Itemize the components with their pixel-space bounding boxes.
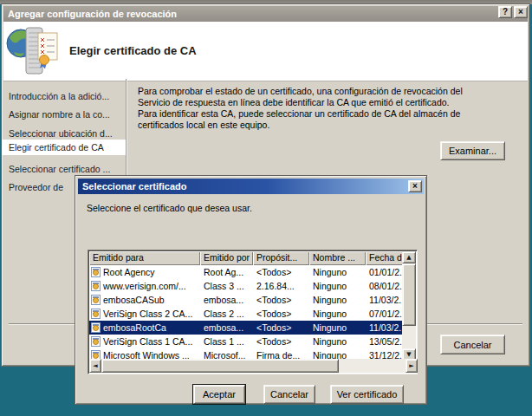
cell-friendly-name: Ninguno — [309, 267, 366, 277]
column-header-date[interactable]: Fecha d.. — [366, 251, 404, 265]
instruction-line: Servicio de respuesta en línea debe iden… — [138, 97, 463, 108]
cell-issued-by: embosa... — [200, 295, 253, 305]
certificate-row[interactable]: Root Agency Root Ag... <Todos> Ninguno 0… — [89, 265, 404, 279]
help-button[interactable]: ? — [498, 6, 512, 18]
certificate-row[interactable]: www.verisign.com/... Class 3 ... 2.16.84… — [89, 279, 404, 293]
cell-purpose: <Todos> — [253, 336, 309, 347]
wizard-header: Elegir certificado de CA — [3, 22, 528, 81]
cell-issued-to: VeriSign Class 1 CA... — [103, 336, 192, 347]
certificate-row[interactable]: VeriSign Class 2 CA... Class 2 ... <Todo… — [89, 307, 404, 321]
cell-purpose: <Todos> — [253, 267, 309, 277]
cell-issued-to: embosaRootCa — [103, 322, 166, 333]
cell-issued-by: embosa... — [200, 322, 253, 333]
step-assign-name: Asignar nombre a la co... — [2, 107, 126, 122]
vertical-scrollbar-thumb[interactable] — [402, 263, 416, 326]
cell-issued-by: Class 2 ... — [200, 309, 253, 319]
certificate-icon — [91, 309, 101, 319]
certificate-list: Emitido para Emitido por Propósit... Nom… — [88, 250, 418, 374]
cell-friendly-name: Ninguno — [309, 295, 366, 305]
column-header-purpose[interactable]: Propósit... — [253, 251, 309, 265]
view-certificate-button[interactable]: Ver certificado — [330, 385, 404, 404]
wizard-title: Agregar configuración de revocación — [8, 6, 177, 22]
list-header: Emitido para Emitido por Propósit... Nom… — [89, 251, 404, 265]
certificate-row[interactable]: embosaCASub embosa... <Todos> Ninguno 11… — [89, 293, 404, 307]
desktop: Agregar configuración de revocación ? × … — [0, 0, 532, 416]
cell-date: 01/01/2.. — [366, 267, 404, 277]
step-introduction: Introducción a la adició... — [2, 88, 126, 104]
column-header-friendly-name[interactable]: Nombre ... — [309, 251, 366, 265]
cell-date: 08/01/2.. — [366, 281, 404, 291]
instruction-text: Para comprobar el estado de un certifica… — [138, 86, 463, 131]
column-header-issued-by[interactable]: Emitido por — [200, 251, 253, 265]
wizard-cancel-button[interactable]: Cancelar — [440, 335, 505, 354]
list-rows: Root Agency Root Ag... <Todos> Ninguno 0… — [89, 265, 404, 361]
scroll-left-icon[interactable]: ◄ — [89, 359, 101, 373]
cell-date: 11/03/2.. — [366, 295, 404, 305]
cell-issued-by: Class 1 ... — [200, 336, 253, 347]
certificate-icon — [91, 295, 101, 305]
certificate-server-icon — [5, 23, 61, 79]
accept-button[interactable]: Aceptar — [193, 385, 245, 404]
cell-issued-to: Root Agency — [103, 267, 155, 277]
certificate-icon — [91, 281, 101, 291]
certificate-icon — [91, 336, 101, 347]
vertical-scrollbar[interactable]: ▲ ▼ — [402, 251, 416, 361]
cell-issued-by: Root Ag... — [200, 267, 253, 277]
wizard-titlebar[interactable]: Agregar configuración de revocación — [3, 6, 528, 22]
horizontal-scrollbar-thumb[interactable] — [101, 359, 339, 373]
select-certificate-dialog: Seleccionar certificado × Seleccione el … — [75, 175, 427, 405]
cell-date: 07/01/2.. — [366, 309, 404, 319]
browse-button[interactable]: Examinar... — [440, 141, 505, 160]
cell-purpose: <Todos> — [253, 309, 309, 319]
instruction-line: Para comprobar el estado de un certifica… — [138, 86, 463, 97]
cell-issued-to: VeriSign Class 2 CA... — [103, 309, 192, 319]
certificate-row[interactable]: VeriSign Class 1 CA... Class 1 ... <Todo… — [89, 335, 404, 348]
certificate-icon — [91, 267, 101, 277]
cell-date: 13/05/2.. — [366, 336, 404, 347]
select-dialog-close-button[interactable]: × — [408, 180, 422, 192]
cell-issued-to: embosaCASub — [103, 295, 165, 305]
scroll-right-icon[interactable]: ► — [405, 359, 418, 373]
cell-friendly-name: Ninguno — [309, 322, 366, 333]
scroll-up-icon[interactable]: ▲ — [402, 251, 416, 263]
cell-date: 11/03/2.. — [366, 322, 404, 333]
select-dialog-title: Seleccionar certificado — [82, 179, 186, 194]
page-title: Elegir certificado de CA — [69, 44, 197, 57]
instruction-line: Para identificar esta CA, puede seleccio… — [138, 108, 463, 120]
certificate-icon — [91, 322, 101, 333]
close-button[interactable]: × — [514, 6, 528, 18]
certificate-row-selected[interactable]: embosaRootCa embosa... <Todos> Ninguno 1… — [89, 321, 404, 335]
column-header-issued-to[interactable]: Emitido para — [89, 251, 200, 265]
step-choose-ca-certificate: Elegir certificado de CA — [2, 140, 126, 155]
cell-issued-to: www.verisign.com/... — [103, 281, 186, 291]
cell-friendly-name: Ninguno — [309, 336, 366, 347]
horizontal-scrollbar[interactable]: ◄ ► — [89, 359, 418, 373]
cell-friendly-name: Ninguno — [309, 309, 366, 319]
instruction-line: certificados local en este equipo. — [138, 120, 463, 131]
cell-purpose: <Todos> — [253, 322, 309, 333]
cell-purpose: <Todos> — [253, 295, 309, 305]
select-dialog-titlebar[interactable]: Seleccionar certificado — [78, 179, 424, 194]
cell-issued-by: Class 3 ... — [200, 281, 253, 291]
select-instruction: Seleccione el certificado que desea usar… — [87, 203, 252, 213]
cell-purpose: 2.16.84... — [253, 281, 309, 291]
cancel-button[interactable]: Cancelar — [263, 385, 315, 404]
cell-friendly-name: Ninguno — [309, 281, 366, 291]
